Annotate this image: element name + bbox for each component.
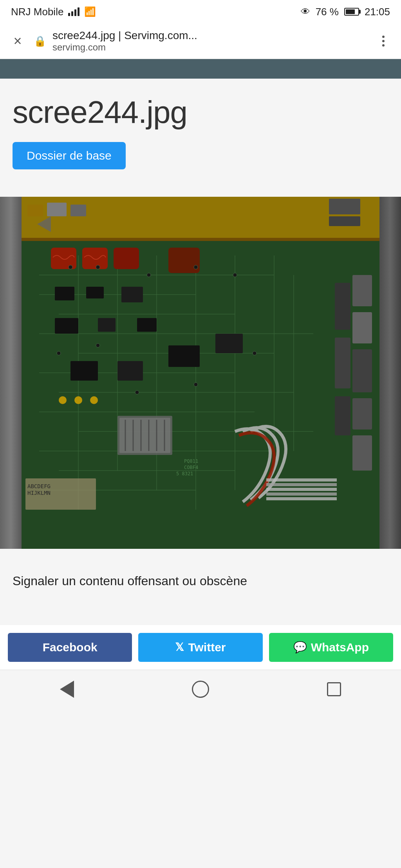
facebook-share-button[interactable]: Facebook [8, 633, 132, 662]
svg-text:5 8321: 5 8321 [176, 471, 193, 476]
twitter-bird-icon: 𝕏 [175, 641, 184, 654]
svg-rect-50 [266, 492, 337, 496]
back-button[interactable] [51, 678, 83, 701]
url-main: scree244.jpg | Servimg.com... [52, 29, 367, 42]
svg-text:HIJKLMN: HIJKLMN [27, 490, 51, 496]
svg-rect-52 [352, 275, 372, 306]
svg-rect-70 [47, 203, 67, 216]
lock-icon: 🔒 [34, 35, 46, 47]
spacer [0, 606, 401, 625]
svg-rect-71 [70, 205, 86, 216]
url-domain: servimg.com [52, 42, 367, 53]
scroll-area: scree244.jpg Dossier de base [0, 79, 401, 625]
svg-point-77 [147, 273, 151, 277]
pcb-board-visual: ABCDEFG HIJKLMN PQ811 COBF4 5 8321 [0, 197, 401, 549]
twitter-label: Twitter [188, 641, 226, 654]
browser-chrome: × 🔒 scree244.jpg | Servimg.com... servim… [0, 23, 401, 59]
svg-rect-1 [0, 197, 22, 549]
home-button[interactable] [185, 678, 216, 701]
svg-rect-36 [117, 361, 143, 381]
status-bar: NRJ Mobile 📶 👁 76 % 21:05 [0, 0, 401, 23]
signal-bars-icon [68, 7, 79, 16]
svg-rect-54 [352, 349, 372, 392]
browser-close-button[interactable]: × [8, 31, 27, 51]
svg-rect-58 [335, 338, 350, 388]
share-buttons-bar: Facebook 𝕏 Twitter 💬 WhatsApp [0, 625, 401, 670]
svg-point-60 [59, 396, 67, 404]
svg-point-78 [194, 265, 198, 269]
svg-rect-69 [27, 205, 43, 216]
svg-rect-59 [335, 396, 350, 435]
whatsapp-icon: 💬 [293, 641, 307, 654]
svg-text:PQ811: PQ811 [184, 458, 198, 464]
svg-rect-28 [168, 248, 200, 273]
svg-point-61 [74, 396, 82, 404]
svg-rect-26 [82, 248, 108, 269]
pcb-image: ABCDEFG HIJKLMN PQ811 COBF4 5 8321 [0, 197, 401, 549]
bottom-section: Signaler un contenu offensant ou obscène [0, 549, 401, 606]
carrier-name: NRJ Mobile [11, 6, 63, 18]
twitter-share-button[interactable]: 𝕏 Twitter [138, 633, 262, 662]
svg-point-84 [253, 351, 256, 355]
svg-point-83 [194, 383, 198, 386]
svg-point-79 [233, 273, 237, 277]
svg-rect-3 [22, 197, 379, 240]
svg-rect-53 [352, 312, 372, 343]
pcb-svg: ABCDEFG HIJKLMN PQ811 COBF4 5 8321 [0, 197, 401, 549]
svg-rect-35 [70, 361, 98, 381]
svg-point-75 [69, 265, 72, 269]
svg-rect-32 [55, 318, 78, 334]
url-bar[interactable]: scree244.jpg | Servimg.com... servimg.co… [52, 29, 367, 53]
svg-rect-37 [168, 345, 200, 367]
svg-point-62 [90, 396, 98, 404]
clock: 21:05 [365, 6, 390, 18]
page-title: scree244.jpg [13, 94, 388, 130]
battery-icon [344, 8, 359, 16]
whatsapp-share-button[interactable]: 💬 WhatsApp [269, 633, 393, 662]
svg-rect-38 [215, 334, 243, 353]
svg-rect-47 [266, 478, 337, 482]
svg-text:COBF4: COBF4 [184, 465, 198, 470]
svg-rect-74 [329, 216, 360, 226]
svg-rect-4 [22, 238, 379, 241]
svg-rect-33 [98, 318, 116, 332]
svg-rect-48 [266, 483, 337, 486]
browser-menu-button[interactable] [374, 31, 393, 51]
svg-point-82 [135, 390, 139, 394]
svg-rect-49 [266, 488, 337, 491]
svg-text:ABCDEFG: ABCDEFG [27, 483, 51, 489]
recent-apps-icon [327, 682, 341, 696]
home-circle-icon [192, 681, 209, 698]
browser-toolbar: × 🔒 scree244.jpg | Servimg.com... servim… [0, 23, 401, 59]
svg-rect-2 [379, 197, 401, 549]
recent-apps-button[interactable] [318, 678, 350, 701]
svg-rect-34 [137, 318, 157, 332]
report-text: Signaler un contenu offensant ou obscène [13, 572, 388, 590]
page-content: scree244.jpg Dossier de base [0, 79, 401, 197]
back-arrow-icon [60, 681, 74, 698]
svg-rect-25 [51, 248, 76, 269]
status-right: 👁 76 % 21:05 [301, 6, 390, 18]
status-left: NRJ Mobile 📶 [11, 6, 96, 18]
svg-rect-27 [114, 248, 139, 269]
whatsapp-label: WhatsApp [311, 641, 369, 654]
folder-base-button[interactable]: Dossier de base [13, 142, 126, 169]
svg-rect-57 [335, 283, 350, 330]
svg-rect-30 [86, 287, 104, 298]
svg-rect-56 [352, 435, 372, 471]
eye-icon: 👁 [301, 6, 310, 17]
svg-point-80 [57, 351, 61, 355]
svg-rect-40 [119, 418, 170, 453]
svg-rect-73 [329, 199, 360, 214]
wifi-icon: 📶 [84, 6, 96, 17]
svg-point-81 [96, 343, 100, 347]
dark-top-band [0, 59, 401, 79]
svg-rect-31 [121, 287, 143, 302]
svg-rect-29 [55, 287, 74, 300]
svg-rect-51 [266, 497, 337, 500]
battery-percent: 76 % [316, 6, 339, 18]
navigation-bar [0, 670, 401, 709]
svg-point-76 [96, 265, 100, 269]
svg-rect-55 [352, 398, 372, 430]
